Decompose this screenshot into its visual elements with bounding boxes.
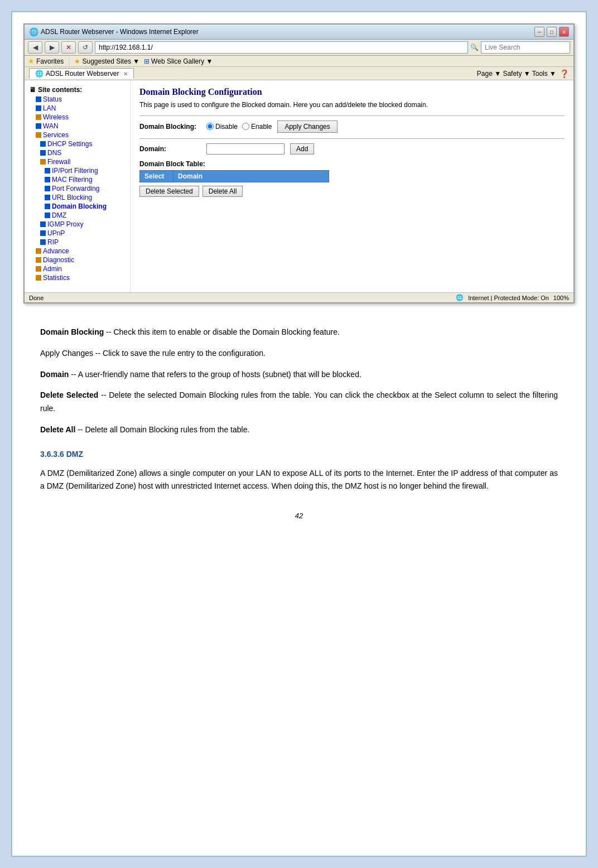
help-icon[interactable]: ❓ — [560, 69, 569, 78]
sidebar-label-services: Services — [43, 131, 69, 139]
firewall-icon — [40, 159, 46, 165]
monitor-icon: 🖥 — [29, 86, 36, 94]
browser-title-icon: 🌐 — [29, 27, 38, 36]
sidebar-item-advance[interactable]: Advance — [27, 247, 128, 255]
sidebar-item-urlblock[interactable]: URL Blocking — [27, 193, 128, 202]
doc-para3-bold: Domain — [40, 370, 69, 379]
ie-tools-label: Page ▼ Safety ▼ Tools ▼ — [477, 70, 556, 78]
igmp-icon — [40, 221, 46, 227]
ie-toolbar-right: Page ▼ Safety ▼ Tools ▼ ❓ — [477, 69, 569, 78]
sidebar-label-igmp: IGMP Proxy — [47, 220, 83, 228]
search-input[interactable] — [481, 41, 570, 54]
sidebar-item-lan[interactable]: LAN — [27, 104, 128, 113]
maximize-button[interactable]: □ — [547, 27, 557, 37]
sidebar-item-upnp[interactable]: UPnP — [27, 229, 128, 238]
status-icon — [36, 97, 41, 102]
sidebar-label-lan: LAN — [43, 104, 56, 112]
disable-radio[interactable] — [206, 123, 214, 130]
sidebar-item-igmp[interactable]: IGMP Proxy — [27, 220, 128, 229]
sidebar-label-dhcp: DHCP Settings — [47, 140, 92, 148]
sidebar-label-wireless: Wireless — [43, 113, 69, 121]
sidebar-label-diagnostic: Diagnostic — [43, 256, 74, 264]
dns-icon — [40, 150, 46, 156]
suggested-sites-button[interactable]: ★ Suggested Sites ▼ — [74, 57, 139, 65]
browser-controls: ─ □ ✕ — [534, 27, 569, 37]
portfwd-icon — [45, 186, 50, 191]
enable-radio[interactable] — [242, 123, 249, 130]
back-button[interactable]: ◀ — [28, 41, 42, 54]
address-input[interactable] — [95, 41, 468, 54]
delete-all-button[interactable]: Delete All — [202, 186, 243, 197]
sidebar-item-domainblock[interactable]: Domain Blocking — [27, 202, 128, 211]
sidebar-item-dns[interactable]: DNS — [27, 148, 128, 157]
site-contents-label: 🖥 Site contents: — [27, 85, 128, 95]
doc-para2: Apply Changes -- Click to save the rule … — [40, 347, 558, 360]
browser-title-text: ADSL Router Webserver - Windows Internet… — [41, 28, 199, 36]
main-content: Domain Blocking Configuration This page … — [131, 80, 573, 292]
browser-tab[interactable]: 🌐 ADSL Router Webserver ✕ — [29, 68, 134, 79]
close-button[interactable]: ✕ — [559, 27, 569, 37]
favorites-bar: ★ Favorites | ★ Suggested Sites ▼ ⊞ Web … — [25, 56, 573, 67]
sidebar-item-firewall[interactable]: Firewall — [27, 157, 128, 166]
sidebar-item-ipport[interactable]: IP/Port Filtering — [27, 166, 128, 175]
sidebar-item-wan[interactable]: WAN — [27, 122, 128, 131]
sidebar-item-mac[interactable]: MAC Filtering — [27, 175, 128, 184]
tab-icon: 🌐 — [35, 70, 44, 78]
delete-selected-button[interactable]: Delete Selected — [139, 186, 199, 197]
add-button[interactable]: Add — [290, 143, 314, 155]
web-slice-label: Web Slice Gallery ▼ — [151, 57, 213, 65]
address-toolbar: ◀ ▶ ✕ ↺ 🔍 — [25, 40, 573, 56]
wan-icon — [36, 123, 41, 129]
enable-label: Enable — [251, 123, 272, 131]
doc-content: Domain Blocking -- Check this item to en… — [23, 315, 575, 533]
services-icon — [36, 132, 41, 138]
refresh-button[interactable]: ↺ — [78, 41, 93, 54]
disable-radio-option[interactable]: Disable — [206, 123, 238, 131]
dmz-icon — [45, 213, 50, 218]
suggested-sites-icon: ★ — [74, 57, 80, 65]
stop-button[interactable]: ✕ — [61, 41, 76, 54]
page-description: This page is used to configure the Block… — [139, 100, 565, 110]
doc-para5-rest: -- Delete all Domain Blocking rules from… — [75, 425, 249, 434]
apply-changes-button[interactable]: Apply Changes — [277, 120, 337, 133]
status-done: Done — [29, 295, 44, 301]
favorites-button[interactable]: ★ Favorites — [28, 57, 64, 65]
favorites-label: Favorites — [36, 57, 64, 65]
sidebar-item-status[interactable]: Status — [27, 95, 128, 104]
status-mode-text: Internet | Protected Mode: On — [468, 295, 549, 301]
sidebar-item-wireless[interactable]: Wireless — [27, 113, 128, 122]
favorites-star-icon: ★ — [28, 57, 35, 65]
forward-button[interactable]: ▶ — [45, 41, 59, 54]
status-bar: Done 🌐 Internet | Protected Mode: On 100… — [25, 292, 573, 302]
page-heading: Domain Blocking Configuration — [139, 87, 565, 97]
advance-icon — [36, 248, 41, 254]
sidebar-item-dmz[interactable]: DMZ — [27, 211, 128, 220]
block-table-label: Domain Block Table: — [139, 160, 565, 168]
sidebar-label-portfwd: Port Forwarding — [52, 185, 99, 192]
sidebar-item-statistics[interactable]: Statistics — [27, 273, 128, 282]
sidebar-item-rip[interactable]: RIP — [27, 238, 128, 247]
sidebar-item-portfwd[interactable]: Port Forwarding — [27, 184, 128, 193]
sidebar-item-services[interactable]: Services — [27, 131, 128, 139]
admin-icon — [36, 266, 41, 272]
tab-close-icon[interactable]: ✕ — [123, 71, 128, 77]
ipport-icon — [45, 168, 50, 173]
browser-titlebar: 🌐 ADSL Router Webserver - Windows Intern… — [25, 25, 573, 40]
domain-block-table: Select Domain — [139, 170, 329, 182]
browser-title: 🌐 ADSL Router Webserver - Windows Intern… — [29, 27, 199, 36]
sidebar-item-diagnostic[interactable]: Diagnostic — [27, 255, 128, 264]
web-slice-button[interactable]: ⊞ Web Slice Gallery ▼ — [144, 57, 213, 65]
sidebar-item-dhcp[interactable]: DHCP Settings — [27, 139, 128, 148]
enable-radio-option[interactable]: Enable — [242, 123, 272, 131]
separator1 — [139, 115, 565, 116]
sidebar-label-status: Status — [43, 95, 62, 103]
sidebar-label-statistics: Statistics — [43, 274, 70, 282]
sidebar-item-admin[interactable]: Admin — [27, 264, 128, 273]
minimize-button[interactable]: ─ — [534, 27, 544, 37]
upnp-icon — [40, 230, 46, 236]
dhcp-icon — [40, 141, 46, 147]
domain-input[interactable] — [206, 143, 284, 155]
sidebar: 🖥 Site contents: Status LAN Wireless — [25, 80, 131, 292]
diagnostic-icon — [36, 257, 41, 263]
doc-section-para: A DMZ (Demilitarized Zone) allows a sing… — [40, 467, 558, 494]
